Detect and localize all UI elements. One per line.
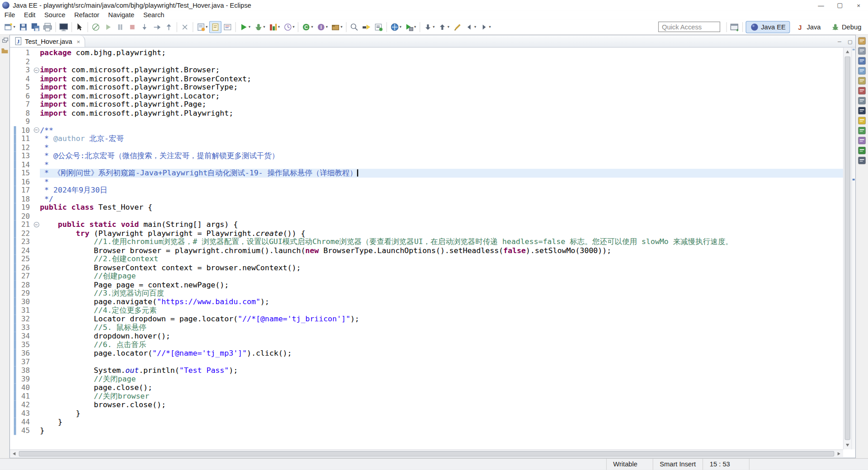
code-line[interactable]: 30 page.navigate("https://www.baidu.com"…	[10, 297, 843, 306]
skip-breakpoints-button[interactable]	[90, 21, 102, 33]
scroll-down-button[interactable]	[844, 441, 851, 449]
new-wizard-button[interactable]: ▾	[2, 21, 17, 33]
open-console-button[interactable]	[57, 21, 70, 33]
step-over-button[interactable]	[150, 21, 162, 33]
code-line[interactable]: 13 * @公众号:北京宏哥（微信搜索，关注宏哥，提前解锁更多测试干货）	[10, 152, 843, 160]
overview-marker[interactable]	[853, 49, 855, 51]
new-servlet-button[interactable]: ▾	[194, 21, 209, 33]
menu-navigate[interactable]: Navigate	[104, 10, 139, 19]
open-task-button[interactable]	[373, 21, 385, 33]
step-return-button[interactable]	[162, 21, 175, 33]
code-line[interactable]: 35 //6. 点击音乐	[10, 340, 843, 349]
scroll-up-button[interactable]	[844, 47, 851, 56]
horizontal-scrollbar[interactable]	[10, 450, 843, 458]
code-line[interactable]: 44 }	[10, 418, 843, 426]
external-tools-button[interactable]: ▾	[403, 21, 418, 33]
code-line[interactable]: 1package com.bjhg.playwright;	[10, 49, 843, 57]
minimize-window-button[interactable]: —	[811, 0, 830, 10]
selection-cursor-button[interactable]	[73, 21, 85, 33]
code-line[interactable]: 23 //1.使用chromium浏览器，# 浏览器配置，设置以GUI模式启动C…	[10, 237, 843, 246]
debug-dropdown-icon[interactable]: ▾	[263, 24, 265, 29]
code-line[interactable]: 7import com.microsoft.playwright.Page;	[10, 100, 843, 109]
new-java-class-button[interactable]: C▾	[300, 21, 315, 33]
run-dropdown-icon[interactable]: ▾	[249, 24, 250, 29]
quick-access-input[interactable]: Quick Access	[658, 22, 720, 32]
resume-button[interactable]	[102, 21, 114, 33]
overview-cursor-marker[interactable]	[853, 179, 855, 181]
snippets-view-button[interactable]	[858, 77, 866, 85]
code-line[interactable]: 27 //创建page	[10, 272, 843, 280]
history-view-button[interactable]	[858, 157, 866, 164]
coverage-dropdown-icon[interactable]: ▾	[278, 24, 280, 29]
menu-file[interactable]: File	[0, 10, 19, 19]
last-edit-location-button[interactable]	[451, 21, 463, 33]
code-editor[interactable]: 1package com.bjhg.playwright;23−import c…	[10, 47, 843, 449]
code-line[interactable]: 32 Locator dropdown = page.locator("//*[…	[10, 315, 843, 323]
code-line[interactable]: 25 //2.创建context	[10, 254, 843, 263]
properties-view-button[interactable]	[858, 97, 866, 104]
scroll-right-button[interactable]	[835, 450, 843, 458]
new-java-package-dropdown-icon[interactable]: ▾	[340, 24, 342, 29]
outline-view-button[interactable]	[858, 47, 866, 55]
suspend-button[interactable]	[114, 21, 126, 33]
console-view-button[interactable]	[858, 107, 866, 114]
code-line[interactable]: 26 BrowserContext context = browser.newC…	[10, 263, 843, 272]
code-line[interactable]: 14 *	[10, 160, 843, 169]
code-line[interactable]: 15 * 《刚刚问世》系列初窥篇-Java+Playwright自动化测试-19…	[10, 169, 843, 177]
next-annotation-dropdown-icon[interactable]: ▾	[433, 24, 434, 29]
overview-ruler[interactable]	[851, 47, 855, 449]
fold-toggle-icon[interactable]: −	[33, 127, 39, 133]
back-button[interactable]: ▾	[463, 21, 478, 33]
terminate-button[interactable]	[126, 21, 138, 33]
code-line[interactable]: 16 *	[10, 177, 843, 186]
menu-refactor[interactable]: Refactor	[70, 10, 104, 19]
code-line[interactable]: 28 Page page = context.newPage();	[10, 280, 843, 289]
vertical-scrollbar[interactable]	[843, 47, 851, 449]
new-wizard-dropdown-icon[interactable]: ▾	[13, 24, 15, 29]
code-line[interactable]: 42 browser.close();	[10, 400, 843, 409]
next-annotation-button[interactable]: ▾	[422, 21, 436, 33]
code-line[interactable]: 31 //4.定位更多元素	[10, 306, 843, 315]
coverage-button[interactable]: ▾	[267, 21, 281, 33]
previous-annotation-button[interactable]: ▾	[436, 21, 451, 33]
code-line[interactable]: 29 //3.浏览器访问百度	[10, 289, 843, 297]
new-java-package-button[interactable]: ▾	[330, 21, 344, 33]
code-line[interactable]: 37	[10, 357, 843, 366]
maximize-window-button[interactable]: ▢	[830, 0, 849, 10]
palette-view-button[interactable]	[858, 136, 866, 144]
forward-button[interactable]: ▾	[478, 21, 492, 33]
tab-test-hover-java[interactable]: J Test_Hover.java ×	[10, 35, 85, 47]
code-line[interactable]: 19public class Test_Hover {	[10, 203, 843, 212]
code-line[interactable]: 11 * @author 北京-宏哥	[10, 135, 843, 143]
code-line[interactable]: 10−/**	[10, 126, 843, 135]
step-into-button[interactable]	[138, 21, 151, 33]
code-line[interactable]: 41 //关闭browser	[10, 392, 843, 400]
show-annotations-button[interactable]	[222, 21, 234, 33]
perspective-java-ee[interactable]: Java EE	[745, 21, 790, 33]
code-line[interactable]: 36 page.locator("//*[@name='tj_mp3']").c…	[10, 349, 843, 357]
code-line[interactable]: 4import com.microsoft.playwright.Browser…	[10, 75, 843, 83]
remove-terminated-button[interactable]	[179, 21, 191, 33]
code-line[interactable]: 12 *	[10, 143, 843, 152]
open-perspective-button[interactable]	[728, 21, 741, 33]
project-explorer-button[interactable]	[1, 47, 9, 55]
scroll-left-button[interactable]	[10, 450, 18, 458]
tab-close-icon[interactable]: ×	[76, 38, 80, 45]
previous-annotation-dropdown-icon[interactable]: ▾	[448, 24, 449, 29]
code-line[interactable]: 18 */	[10, 194, 843, 203]
code-line[interactable]: 2	[10, 57, 843, 66]
code-line[interactable]: 9	[10, 118, 843, 126]
code-line[interactable]: 21− public static void main(String[] arg…	[10, 220, 843, 229]
forward-dropdown-icon[interactable]: ▾	[489, 24, 491, 29]
vertical-scroll-thumb[interactable]	[845, 56, 850, 440]
fold-toggle-icon[interactable]: −	[33, 222, 39, 227]
web-browser-dropdown-icon[interactable]: ▾	[400, 24, 401, 29]
code-line[interactable]: 20	[10, 212, 843, 220]
data-source-explorer-view-button[interactable]	[858, 67, 866, 75]
close-window-button[interactable]: ×	[849, 0, 868, 10]
run-button[interactable]: ▾	[237, 21, 252, 33]
code-line[interactable]: 38 System.out.println("Test Pass");	[10, 366, 843, 375]
search-view-button[interactable]	[858, 117, 866, 124]
code-line[interactable]: 6import com.microsoft.playwright.Locator…	[10, 92, 843, 100]
maximize-editor-button[interactable]: ▢	[845, 35, 855, 47]
